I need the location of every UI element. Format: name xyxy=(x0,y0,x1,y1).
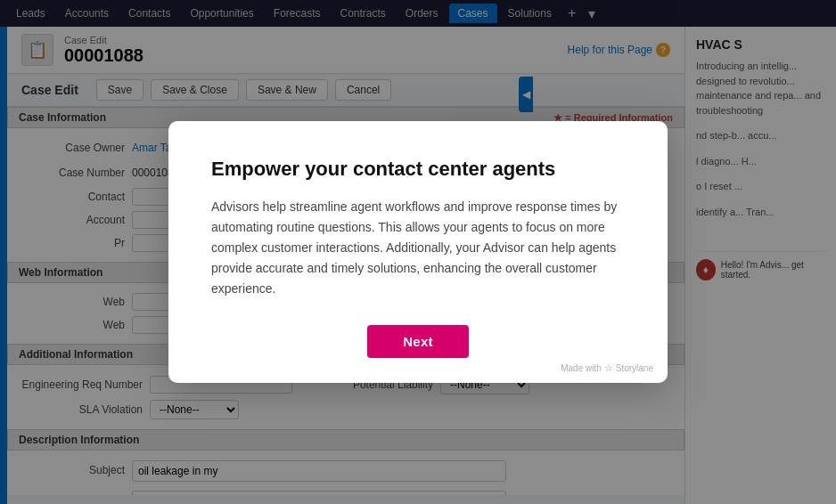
storylane-icon: ☆ xyxy=(604,362,613,374)
storylane-text: Storylane xyxy=(616,363,653,373)
modal-body: Advisors help streamline agent workflows… xyxy=(211,197,625,299)
modal-made-with: Made with ☆ Storylane xyxy=(561,362,653,374)
made-with-text: Made with xyxy=(561,363,602,373)
modal-next-button[interactable]: Next xyxy=(367,325,469,358)
modal-box: Empower your contact center agents Advis… xyxy=(168,121,668,382)
modal-overlay: Empower your contact center agents Advis… xyxy=(0,0,836,504)
modal-title: Empower your contact center agents xyxy=(211,157,625,183)
modal-footer: Next xyxy=(211,325,625,358)
